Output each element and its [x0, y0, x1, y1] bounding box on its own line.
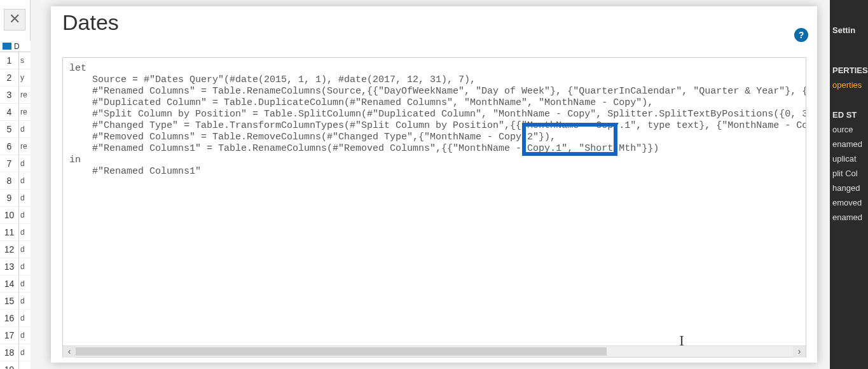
- settings-header: Settin: [830, 23, 868, 38]
- table-grid-icon: [3, 43, 11, 50]
- cell-peek-value: d: [19, 310, 31, 327]
- advanced-editor-dialog: Dates ? let Source = #"Dates Query"(#dat…: [51, 6, 817, 363]
- cell-peek-value: d: [19, 241, 31, 258]
- help-icon[interactable]: ?: [794, 28, 808, 42]
- cell-peek-value: d: [19, 224, 31, 241]
- cell-peek-value: re: [19, 138, 31, 155]
- step-renamed[interactable]: enamed: [830, 137, 868, 151]
- row-number[interactable]: 8: [0, 172, 19, 190]
- row-number[interactable]: 10: [0, 207, 19, 224]
- row-number[interactable]: 11: [0, 224, 19, 241]
- scroll-thumb[interactable]: [76, 347, 607, 356]
- row-number[interactable]: 2: [0, 69, 19, 87]
- row-number-gutter: 12345678910111213141516171819: [0, 52, 19, 369]
- row-number[interactable]: 6: [0, 138, 19, 155]
- step-source[interactable]: ource: [830, 122, 868, 137]
- row-number[interactable]: 3: [0, 87, 19, 104]
- row-number[interactable]: 13: [0, 258, 19, 275]
- cell-peek-value: d: [19, 121, 31, 138]
- cell-peek-value: d: [19, 155, 31, 172]
- step-split-col[interactable]: plit Col: [830, 166, 868, 181]
- all-properties-link[interactable]: operties: [830, 78, 868, 92]
- cell-peek-value: d: [19, 327, 31, 344]
- right-settings-panel: Settin PERTIES operties ED ST ource enam…: [830, 0, 868, 369]
- row-number[interactable]: 17: [0, 327, 19, 344]
- dialog-title: Dates: [51, 6, 817, 41]
- cell-peek-value: s: [19, 52, 31, 69]
- scroll-left-icon[interactable]: ‹: [63, 346, 76, 358]
- step-changed[interactable]: hanged: [830, 181, 868, 195]
- step-removed[interactable]: emoved: [830, 195, 868, 210]
- row-number[interactable]: 12: [0, 241, 19, 258]
- row-number[interactable]: 1: [0, 52, 19, 69]
- row-number[interactable]: 15: [0, 293, 19, 310]
- row-number[interactable]: 18: [0, 344, 19, 361]
- cell-peek-value: d: [19, 293, 31, 310]
- row-number[interactable]: 7: [0, 155, 19, 172]
- scroll-track[interactable]: [76, 346, 793, 357]
- scroll-right-icon[interactable]: ›: [793, 346, 806, 358]
- row-value-peek: syreredredddddddddddd: [19, 52, 31, 369]
- row-number[interactable]: 5: [0, 121, 19, 138]
- cell-peek-value: re: [19, 104, 31, 121]
- cell-peek-value: y: [19, 69, 31, 87]
- cell-peek-value: d: [19, 207, 31, 224]
- row-number[interactable]: 4: [0, 104, 19, 121]
- row-number[interactable]: 19: [0, 361, 19, 369]
- step-renamed1[interactable]: enamed: [830, 210, 868, 225]
- close-button[interactable]: [4, 9, 25, 31]
- row-number[interactable]: 9: [0, 190, 19, 207]
- cell-peek-value: d: [19, 258, 31, 275]
- cell-peek-value: d: [19, 275, 31, 293]
- code-editor-frame: let Source = #"Dates Query"(#date(2015, …: [62, 57, 806, 358]
- cell-peek-value: d: [19, 190, 31, 207]
- code-editor[interactable]: let Source = #"Dates Query"(#date(2015, …: [63, 58, 806, 345]
- cell-peek-value: d: [19, 172, 31, 190]
- horizontal-scrollbar[interactable]: ‹ ›: [63, 345, 806, 357]
- cell-peek-value: re: [19, 87, 31, 104]
- row-number[interactable]: 14: [0, 275, 19, 293]
- cell-peek-value: d: [19, 344, 31, 361]
- data-preview-strip: D 12345678910111213141516171819 syreredr…: [0, 0, 31, 369]
- applied-steps-header: ED ST: [830, 108, 868, 122]
- cell-peek-value: [19, 361, 31, 369]
- row-number[interactable]: 16: [0, 310, 19, 327]
- step-duplicated[interactable]: uplicat: [830, 151, 868, 166]
- text-cursor-icon: I: [679, 332, 684, 349]
- properties-header: PERTIES: [830, 63, 868, 78]
- table-icon-header: D: [0, 41, 31, 52]
- first-column-letter: D: [14, 42, 20, 51]
